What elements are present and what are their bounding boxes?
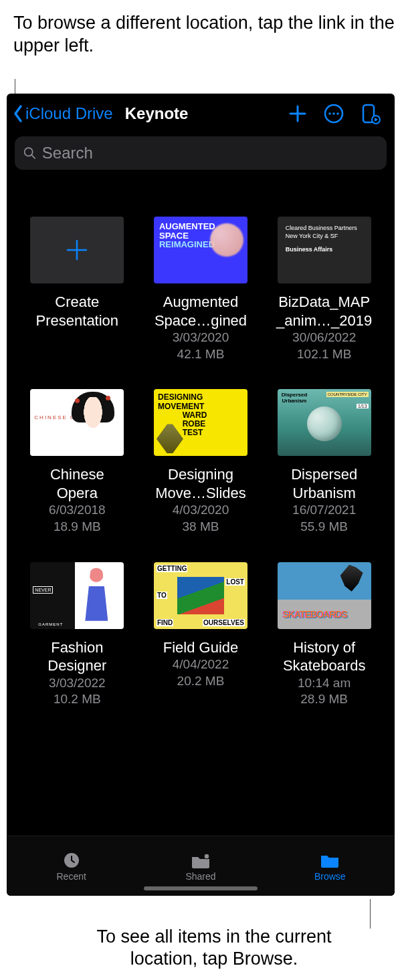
file-thumbnail: SKATEBOARDS (278, 562, 371, 629)
file-date: 6/03/2018 (49, 502, 106, 519)
file-size: 10.2 MB (54, 691, 101, 708)
file-name: Opera (57, 484, 98, 503)
back-label: iCloud Drive (25, 104, 113, 123)
file-name: Move…Slides (155, 484, 246, 503)
device-play-icon (359, 103, 381, 124)
file-name: _anim…_2019 (276, 312, 372, 330)
ellipsis-circle-icon (323, 103, 344, 124)
file-name: Dispersed (291, 465, 357, 484)
present-button[interactable] (353, 100, 387, 127)
file-name: Field Guide (163, 638, 239, 657)
chevron-left-icon (11, 104, 25, 124)
search-icon (23, 146, 37, 160)
file-item[interactable]: GETTING LOST TO FIND OURSELVES Field Gui… (144, 562, 258, 708)
callout-bottom-text: To see all items in the current location… (96, 927, 331, 969)
svg-point-3 (336, 112, 339, 115)
file-size: 42.1 MB (177, 346, 225, 363)
create-presentation-button[interactable]: Create Presentation (20, 217, 134, 362)
file-size: 20.2 MB (177, 673, 225, 690)
file-name: Designer (47, 656, 106, 675)
svg-point-1 (328, 112, 331, 115)
add-button[interactable] (281, 100, 314, 127)
file-item[interactable]: AUGMENTED SPACE REIMAGINED Augmented Spa… (144, 217, 258, 362)
home-indicator[interactable] (144, 886, 258, 890)
file-date: 16/07/2021 (292, 502, 356, 519)
file-grid: Create Presentation AUGMENTED SPACE REIM… (7, 176, 395, 836)
file-date: 3/03/2022 (49, 675, 106, 692)
file-name: Space…gined (155, 312, 247, 330)
file-size: 28.9 MB (300, 691, 348, 708)
file-date: 4/04/2022 (173, 656, 229, 673)
tab-label: Shared (185, 871, 215, 882)
search-field[interactable] (15, 136, 387, 170)
back-button[interactable]: iCloud Drive (11, 104, 113, 124)
file-thumbnail: NEVER GARMENT (30, 562, 124, 629)
file-size: 38 MB (183, 519, 219, 535)
file-date: 4/03/2020 (173, 502, 229, 519)
folder-icon (319, 851, 340, 870)
plus-icon (287, 103, 308, 124)
file-item[interactable]: DESIGNING MOVEMENT WARD ROBE TEST Design… (144, 389, 258, 535)
file-thumbnail: Cleared Business Partners New York City … (278, 217, 371, 283)
file-date: 3/03/2020 (173, 330, 229, 346)
clock-icon (61, 851, 82, 870)
file-size: 18.9 MB (54, 519, 101, 535)
file-thumbnail: CHINESE OPERA (30, 389, 124, 456)
file-size: 55.9 MB (300, 519, 348, 535)
file-item[interactable]: Cleared Business Partners New York City … (267, 217, 381, 362)
svg-point-2 (332, 112, 335, 115)
file-name: Designing (168, 465, 233, 484)
file-item[interactable]: SKATEBOARDS History of Skateboards 10:14… (267, 562, 381, 708)
create-thumb (30, 217, 124, 283)
file-item[interactable]: Dispersed Urbanism COUNTRYSIDE CITY 1/13… (267, 389, 381, 535)
file-item[interactable]: CHINESE OPERA Chinese Opera 6/03/2018 18… (20, 389, 134, 535)
callout-top-text: To browse a different location, tap the … (13, 13, 395, 55)
file-thumbnail: GETTING LOST TO FIND OURSELVES (154, 562, 247, 629)
nav-bar: iCloud Drive Keynote (7, 94, 395, 132)
device-screen: iCloud Drive Keynote Create Presentation (7, 94, 395, 896)
file-thumbnail: AUGMENTED SPACE REIMAGINED (154, 217, 247, 283)
tab-recent[interactable]: Recent (7, 836, 136, 896)
tab-label: Browse (314, 871, 346, 882)
search-input[interactable] (42, 144, 379, 162)
file-name: Skateboards (283, 656, 366, 675)
tab-bar: Recent Shared Browse (7, 836, 395, 896)
callout-bottom: To see all items in the current location… (67, 926, 361, 971)
file-thumbnail: Dispersed Urbanism COUNTRYSIDE CITY 1/13 (278, 389, 371, 456)
tab-browse[interactable]: Browse (266, 836, 395, 896)
file-name: History of (293, 638, 355, 657)
file-name: Augmented (163, 293, 239, 312)
file-name: Urbanism (293, 484, 356, 503)
file-name: Fashion (51, 638, 103, 657)
callout-top: To browse a different location, tap the … (13, 12, 402, 57)
more-button[interactable] (317, 100, 350, 127)
tab-label: Recent (56, 871, 86, 882)
file-date: 30/06/2022 (292, 330, 356, 346)
create-label-2: Presentation (36, 312, 119, 330)
file-thumbnail: DESIGNING MOVEMENT WARD ROBE TEST (154, 389, 247, 456)
file-name: BizData_MAP (278, 293, 370, 312)
page-title: Keynote (125, 104, 189, 123)
svg-point-8 (204, 854, 209, 859)
plus-icon (64, 237, 90, 263)
callout-line (370, 899, 371, 929)
file-size: 102.1 MB (297, 346, 351, 363)
create-label-1: Create (55, 293, 99, 312)
file-date: 10:14 am (298, 675, 350, 692)
file-name: Chinese (50, 465, 104, 484)
file-item[interactable]: NEVER GARMENT Fashion Designer 3/03/2022… (20, 562, 134, 708)
folder-person-icon (190, 851, 211, 870)
